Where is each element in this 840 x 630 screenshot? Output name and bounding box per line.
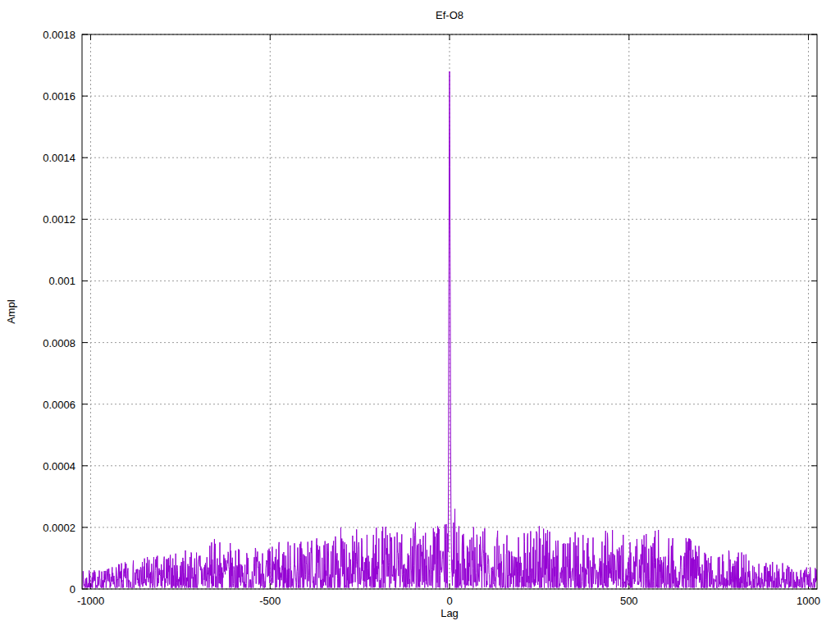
x-tick-label: -500 bbox=[259, 595, 281, 607]
y-tick-label: 0 bbox=[0, 583, 75, 596]
x-tick-label: 1000 bbox=[797, 595, 820, 607]
x-tick-label: 0 bbox=[446, 595, 452, 607]
y-tick-label: 0.0008 bbox=[0, 336, 75, 349]
y-tick-label: 0.0018 bbox=[0, 29, 75, 41]
plot-window: Ef-O8 Lag Ampl -1000-5000500100000.00020… bbox=[0, 0, 840, 630]
y-tick-label: 0.001 bbox=[0, 275, 75, 287]
x-tick-label: -1000 bbox=[77, 595, 104, 607]
y-tick-label: 0.0004 bbox=[0, 459, 75, 472]
y-axis-label: Ampl bbox=[5, 299, 17, 324]
y-tick-label: 0.0002 bbox=[0, 521, 75, 533]
chart-title: Ef-O8 bbox=[436, 9, 463, 21]
chart-svg bbox=[0, 0, 840, 630]
y-tick-label: 0.0012 bbox=[0, 213, 75, 226]
plot-canvas bbox=[0, 0, 840, 630]
x-tick-label: 500 bbox=[620, 595, 638, 607]
y-tick-label: 0.0006 bbox=[0, 398, 75, 410]
x-axis-label: Lag bbox=[441, 607, 459, 619]
y-tick-label: 0.0016 bbox=[0, 90, 75, 103]
y-tick-label: 0.0014 bbox=[0, 152, 75, 164]
